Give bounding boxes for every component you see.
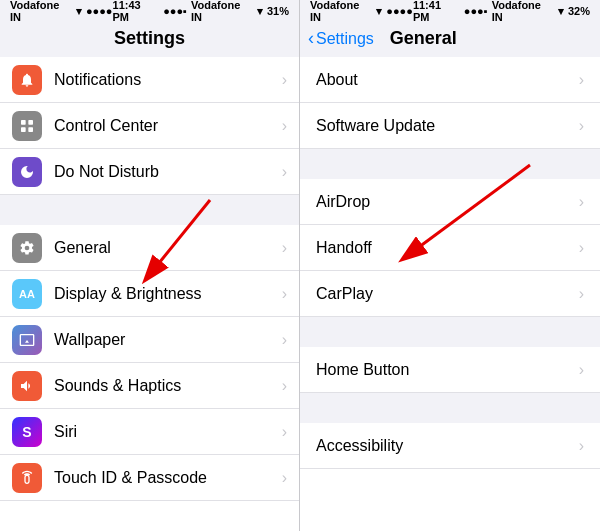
- row-accessibility[interactable]: Accessibility ›: [300, 423, 600, 469]
- carplay-chevron: ›: [579, 285, 584, 303]
- wallpaper-icon: [12, 325, 42, 355]
- left-wifi-icon: ▾: [76, 5, 82, 18]
- row-wallpaper[interactable]: Wallpaper ›: [0, 317, 299, 363]
- left-panel: Vodafone IN ▾ ●●●● 11:43 PM ●●●▪ Vodafon…: [0, 0, 300, 531]
- general-icon: [12, 233, 42, 263]
- left-status-bar: Vodafone IN ▾ ●●●● 11:43 PM ●●●▪ Vodafon…: [0, 0, 299, 22]
- about-chevron: ›: [579, 71, 584, 89]
- right-battery: 32%: [568, 5, 590, 17]
- left-time: 11:43 PM: [113, 0, 160, 23]
- right-page-title: General: [390, 28, 457, 49]
- siri-label: Siri: [54, 423, 278, 441]
- svg-rect-2: [21, 127, 26, 132]
- dnd-label: Do Not Disturb: [54, 163, 278, 181]
- right-divider-3: [300, 393, 600, 423]
- left-signal2: ●●●▪: [163, 5, 187, 17]
- control-icon: [12, 111, 42, 141]
- notifications-chevron: ›: [282, 71, 287, 89]
- touchid-chevron: ›: [282, 469, 287, 487]
- right-time: 11:41 PM: [413, 0, 460, 23]
- svg-rect-1: [28, 120, 33, 125]
- right-divider-1: [300, 149, 600, 179]
- right-carrier: Vodafone IN: [310, 0, 372, 23]
- settings-group-2: General › AA Display & Brightness › Wall…: [0, 225, 299, 501]
- right-settings-list: About › Software Update › AirDrop › Hand…: [300, 57, 600, 531]
- row-about[interactable]: About ›: [300, 57, 600, 103]
- row-carplay[interactable]: CarPlay ›: [300, 271, 600, 317]
- row-touchid[interactable]: Touch ID & Passcode ›: [0, 455, 299, 501]
- about-label: About: [316, 71, 575, 89]
- row-sounds[interactable]: Sounds & Haptics ›: [0, 363, 299, 409]
- airdrop-chevron: ›: [579, 193, 584, 211]
- right-group-1: About › Software Update ›: [300, 57, 600, 149]
- sounds-icon: [12, 371, 42, 401]
- right-wifi2: ▾: [558, 5, 564, 18]
- display-icon: AA: [12, 279, 42, 309]
- right-signal: ●●●●: [386, 5, 413, 17]
- svg-rect-0: [21, 120, 26, 125]
- right-status-right: 11:41 PM ●●●▪ Vodafone IN ▾ 32%: [413, 0, 590, 23]
- right-group-2: AirDrop › Handoff › CarPlay ›: [300, 179, 600, 317]
- row-control-center[interactable]: Control Center ›: [0, 103, 299, 149]
- left-carrier2: Vodafone IN: [191, 0, 253, 23]
- left-status-right: 11:43 PM ●●●▪ Vodafone IN ▾ 31%: [113, 0, 289, 23]
- row-display[interactable]: AA Display & Brightness ›: [0, 271, 299, 317]
- row-siri[interactable]: S Siri ›: [0, 409, 299, 455]
- display-chevron: ›: [282, 285, 287, 303]
- wallpaper-chevron: ›: [282, 331, 287, 349]
- general-label: General: [54, 239, 278, 257]
- left-status-left: Vodafone IN ▾ ●●●●: [10, 0, 113, 23]
- left-battery: 31%: [267, 5, 289, 17]
- wallpaper-label: Wallpaper: [54, 331, 278, 349]
- handoff-chevron: ›: [579, 239, 584, 257]
- row-airdrop[interactable]: AirDrop ›: [300, 179, 600, 225]
- row-software-update[interactable]: Software Update ›: [300, 103, 600, 149]
- row-handoff[interactable]: Handoff ›: [300, 225, 600, 271]
- left-page-title: Settings: [0, 22, 299, 57]
- general-chevron: ›: [282, 239, 287, 257]
- row-notifications[interactable]: Notifications ›: [0, 57, 299, 103]
- carplay-label: CarPlay: [316, 285, 575, 303]
- right-wifi-icon: ▾: [376, 5, 382, 18]
- left-carrier: Vodafone IN: [10, 0, 72, 23]
- right-status-bar: Vodafone IN ▾ ●●●● 11:41 PM ●●●▪ Vodafon…: [300, 0, 600, 22]
- right-divider-2: [300, 317, 600, 347]
- svg-rect-3: [28, 127, 33, 132]
- back-label: Settings: [316, 30, 374, 48]
- dnd-chevron: ›: [282, 163, 287, 181]
- notifications-icon: [12, 65, 42, 95]
- airdrop-label: AirDrop: [316, 193, 575, 211]
- row-general[interactable]: General ›: [0, 225, 299, 271]
- back-button[interactable]: ‹ Settings: [308, 28, 374, 49]
- notifications-label: Notifications: [54, 71, 278, 89]
- right-carrier2: Vodafone IN: [492, 0, 554, 23]
- accessibility-label: Accessibility: [316, 437, 575, 455]
- right-group-3: Home Button ›: [300, 347, 600, 393]
- row-home-button[interactable]: Home Button ›: [300, 347, 600, 393]
- left-signal: ●●●●: [86, 5, 113, 17]
- left-settings-list: Notifications › Control Center › Do Not …: [0, 57, 299, 531]
- software-update-chevron: ›: [579, 117, 584, 135]
- home-button-label: Home Button: [316, 361, 575, 379]
- touchid-icon: [12, 463, 42, 493]
- siri-chevron: ›: [282, 423, 287, 441]
- handoff-label: Handoff: [316, 239, 575, 257]
- row-dnd[interactable]: Do Not Disturb ›: [0, 149, 299, 195]
- sounds-chevron: ›: [282, 377, 287, 395]
- dnd-icon: [12, 157, 42, 187]
- siri-icon: S: [12, 417, 42, 447]
- home-button-chevron: ›: [579, 361, 584, 379]
- right-group-4: Accessibility ›: [300, 423, 600, 469]
- touchid-label: Touch ID & Passcode: [54, 469, 278, 487]
- accessibility-chevron: ›: [579, 437, 584, 455]
- right-signal2: ●●●▪: [464, 5, 488, 17]
- display-label: Display & Brightness: [54, 285, 278, 303]
- control-label: Control Center: [54, 117, 278, 135]
- right-status-left: Vodafone IN ▾ ●●●●: [310, 0, 413, 23]
- sounds-label: Sounds & Haptics: [54, 377, 278, 395]
- divider-1: [0, 195, 299, 225]
- control-chevron: ›: [282, 117, 287, 135]
- right-nav-bar: ‹ Settings General: [300, 22, 600, 57]
- right-panel: Vodafone IN ▾ ●●●● 11:41 PM ●●●▪ Vodafon…: [300, 0, 600, 531]
- back-chevron-icon: ‹: [308, 28, 314, 49]
